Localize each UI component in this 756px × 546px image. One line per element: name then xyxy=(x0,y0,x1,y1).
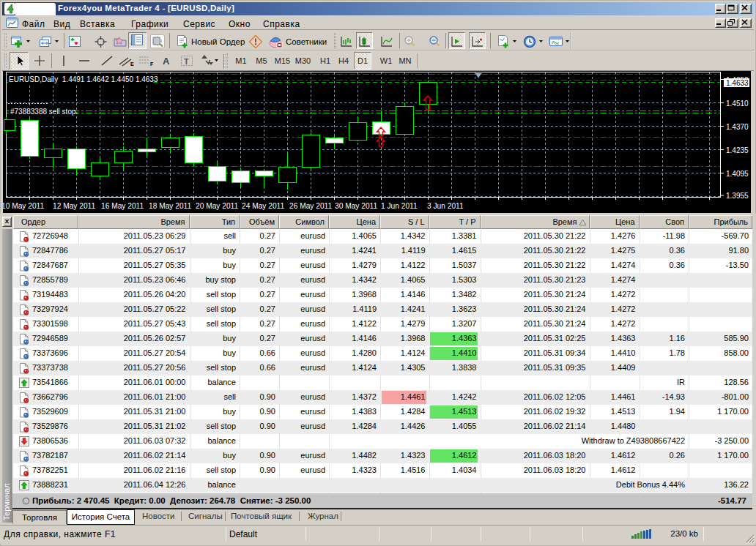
svg-text:EURUSD,Daily 1.4491 1.4642 1.: EURUSD,Daily 1.4491 1.4642 1.4450 1.4633 xyxy=(9,75,158,83)
svg-text:30 May 2011: 30 May 2011 xyxy=(335,202,377,210)
svg-text:1 Jun 2011: 1 Jun 2011 xyxy=(381,202,418,210)
svg-text:E: E xyxy=(130,61,134,67)
svg-text:T: T xyxy=(184,57,189,66)
svg-text:10 May 2011: 10 May 2011 xyxy=(3,202,44,210)
svg-text:24 May 2011: 24 May 2011 xyxy=(242,202,284,210)
svg-text:1.4370: 1.4370 xyxy=(726,123,749,131)
svg-text:1.4095: 1.4095 xyxy=(726,170,749,178)
svg-text:18 May 2011: 18 May 2011 xyxy=(149,202,191,210)
svg-text:1.4633: 1.4633 xyxy=(726,79,749,87)
svg-text:16 May 2011: 16 May 2011 xyxy=(101,202,144,210)
svg-text:1.4510: 1.4510 xyxy=(726,100,749,108)
svg-text:1.3955: 1.3955 xyxy=(726,192,749,200)
svg-text:3 Jun 2011: 3 Jun 2011 xyxy=(427,202,464,210)
svg-text:20 May 2011: 20 May 2011 xyxy=(196,202,238,210)
svg-text:F: F xyxy=(150,61,154,67)
svg-text:1.4235: 1.4235 xyxy=(726,146,749,154)
svg-text:12 May 2011: 12 May 2011 xyxy=(53,202,95,210)
svg-text:26 May 2011: 26 May 2011 xyxy=(289,202,332,210)
svg-text:#73883388 sell stop.: #73883388 sell stop. xyxy=(10,108,78,116)
